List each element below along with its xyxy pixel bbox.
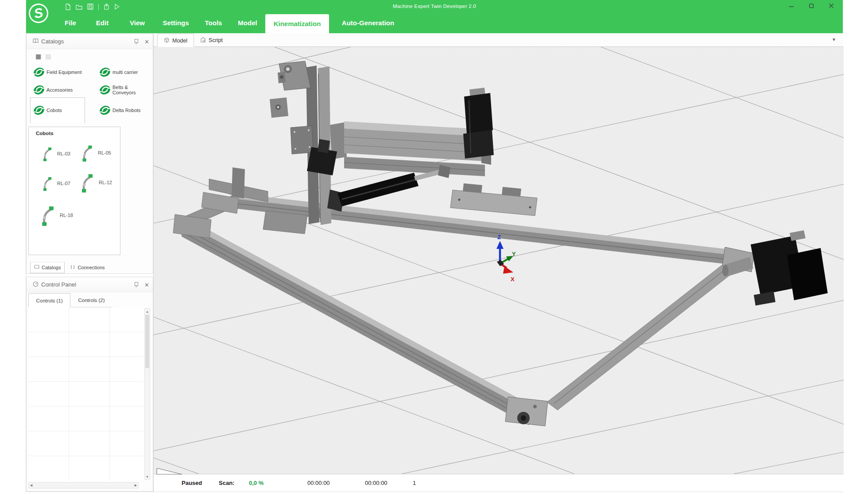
counter-value: 1 [413, 474, 416, 492]
new-file-icon[interactable] [65, 4, 71, 10]
control-panel-title: Control Panel [41, 281, 76, 288]
robot-label: RL-05 [98, 150, 111, 155]
3d-canvas[interactable]: Z Y X [154, 47, 844, 474]
scroll-right-icon[interactable]: ▶ [133, 483, 138, 488]
robot-arm-icon [42, 146, 53, 162]
connections-icon [70, 265, 75, 270]
catalog-item-label: Accessories [46, 87, 73, 93]
dock-tab-catalogs[interactable]: Catalogs [30, 262, 65, 273]
app-logo: S [28, 2, 49, 24]
catalog-item-label: Belts & Conveyors [112, 85, 151, 95]
robot-item-rl07[interactable]: RL-07 [42, 175, 70, 192]
catalog-item-label: Delta Robots [112, 108, 141, 113]
axis-z-label: Z [497, 234, 501, 240]
horizontal-scrollbar[interactable]: ◀ ▶ [28, 482, 139, 488]
status-state: Paused [182, 474, 202, 492]
menu-view[interactable]: View [127, 12, 147, 33]
tab-model[interactable]: Model [157, 34, 194, 47]
robot-item-rl12[interactable]: RL-12 [80, 171, 112, 194]
robot-label: RL-07 [57, 181, 70, 186]
menu-auto-generation[interactable]: Auto-Generation [335, 12, 401, 33]
close-icon[interactable]: ✕ [144, 39, 149, 45]
scan-value: 0,0 % [249, 474, 264, 492]
menu-kinematization-active[interactable]: Kinematization [265, 14, 329, 33]
robot-arm-icon [42, 175, 53, 192]
catalog-item-field-equipment[interactable]: Field Equipment [33, 63, 82, 81]
cobots-group-box: Cobots RL-03 RL-05 RL-07 RL-12 RL-18 [28, 127, 120, 255]
elapsed-time: 00:00:00 [307, 474, 330, 492]
window-controls [786, 1, 837, 11]
tab-script[interactable]: Script [194, 34, 229, 47]
tab-controls-1[interactable]: Controls (1) [28, 293, 70, 307]
catalog-item-cobots-active[interactable]: Cobots [33, 101, 62, 119]
grid-view-icon[interactable]: ▦ [35, 53, 41, 60]
dock-tab-label: Connections [78, 265, 105, 270]
dock-tab-connections[interactable]: Connections [66, 262, 108, 273]
splitter-grip[interactable] [156, 468, 184, 475]
export-icon[interactable] [104, 4, 109, 10]
scroll-up-icon[interactable]: ▲ [145, 309, 150, 314]
scroll-down-icon[interactable]: ▼ [145, 474, 150, 479]
gantry-frame [173, 183, 754, 426]
menu-tools[interactable]: Tools [202, 12, 225, 33]
catalogs-panel-header: Catalogs ✕ [27, 34, 153, 49]
minimize-button[interactable] [786, 1, 797, 11]
menu-edit[interactable]: Edit [93, 12, 112, 33]
catalog-item-label: Field Equipment [46, 70, 82, 75]
schneider-logo-icon: S [27, 2, 50, 25]
3d-scene: Z Y X [154, 47, 844, 474]
control-panel: Control Panel ✕ Controls (1) Controls (2… [26, 277, 153, 492]
motor-rear [463, 88, 494, 159]
scan-label: Scan: [219, 474, 234, 492]
se-logo-icon [33, 84, 45, 96]
pin-icon[interactable] [134, 39, 138, 44]
vertical-scrollbar[interactable]: ▲ ▼ [144, 308, 150, 480]
menu-file[interactable]: File [61, 12, 80, 33]
tab-controls-2[interactable]: Controls (2) [70, 293, 112, 307]
menu-model[interactable]: Model [236, 12, 259, 33]
tab-label: Model [172, 38, 187, 44]
window-title: Machine Expert Twin Developer 2.0 [26, 0, 843, 12]
robot-arm-icon [81, 143, 93, 163]
open-icon[interactable] [76, 4, 82, 10]
catalog-item-multi-carrier[interactable]: multi carrier [99, 63, 138, 81]
catalog-item-delta-robots[interactable]: Delta Robots [99, 101, 141, 119]
catalog-item-accessories[interactable]: Accessories [33, 81, 73, 99]
model-tab-icon [164, 37, 170, 44]
catalog-item-label: Cobots [46, 108, 62, 113]
catalogs-panel: Catalogs ✕ ▦ ▤ Field Equipment multi car… [26, 34, 153, 274]
menu-settings[interactable]: Settings [160, 12, 191, 33]
cross-beam [307, 121, 491, 176]
chevron-down-icon[interactable]: ▾ [833, 36, 835, 43]
title-bar: Machine Expert Twin Developer 2.0 [26, 0, 843, 12]
maximize-button[interactable] [806, 1, 817, 11]
viewport: Model Script ▾ [153, 34, 843, 492]
list-view-icon[interactable]: ▤ [45, 53, 51, 60]
run-icon[interactable] [114, 4, 120, 10]
catalog-item-belts-conveyors[interactable]: Belts & Conveyors [99, 81, 151, 99]
close-button[interactable] [826, 1, 837, 11]
control-panel-tabs: Controls (1) Controls (2) [28, 293, 112, 307]
close-icon[interactable]: ✕ [144, 282, 149, 288]
pin-icon[interactable] [134, 282, 138, 287]
control-panel-header: Control Panel ✕ [27, 277, 153, 292]
scroll-left-icon[interactable]: ◀ [29, 483, 34, 488]
save-icon[interactable] [87, 4, 93, 10]
se-logo-icon [33, 104, 45, 116]
axis-y-label: Y [512, 251, 516, 257]
script-tab-icon [200, 37, 206, 44]
robot-item-rl18[interactable]: RL-18 [40, 203, 73, 227]
robot-arm-icon [80, 171, 94, 194]
catalogs-icon [33, 38, 39, 45]
robot-label: RL-18 [60, 213, 73, 218]
robot-item-rl03[interactable]: RL-03 [42, 146, 70, 162]
vertical-scroll-thumb[interactable] [145, 315, 149, 368]
robot-item-rl05[interactable]: RL-05 [81, 143, 111, 163]
robot-label: RL-03 [57, 151, 70, 156]
axis-triad: Z Y X [496, 234, 516, 283]
axis-x-label: X [511, 276, 515, 283]
app-window: Machine Expert Twin Developer 2.0 S File… [26, 0, 843, 492]
catalogs-icon [34, 265, 39, 270]
menu-bar: File Edit View Settings Tools Model Kine… [26, 12, 843, 33]
actuator-cylinder [327, 165, 450, 212]
